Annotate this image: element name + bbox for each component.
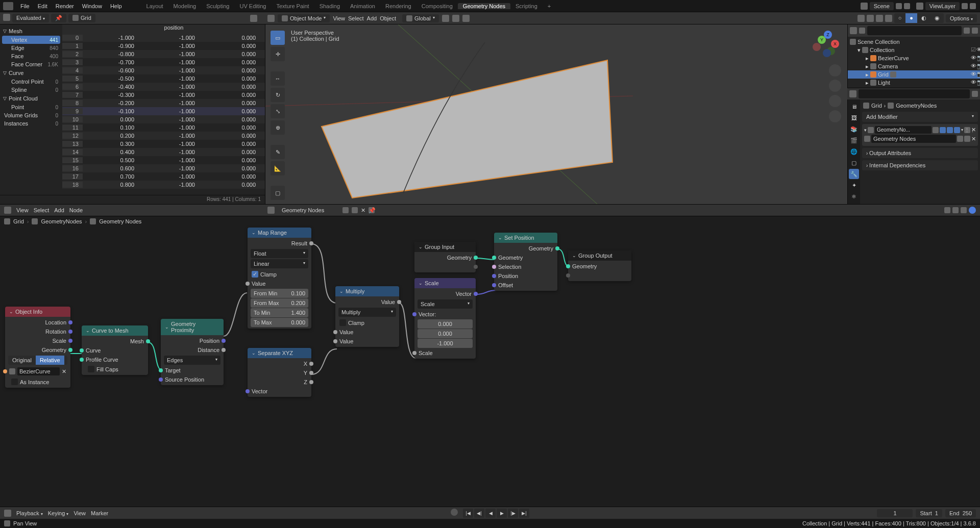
mod-pin-icon[interactable] [933, 127, 939, 133]
nodetree-field[interactable]: Geometry Nodes [871, 135, 956, 143]
tl-playback[interactable]: Playback ▾ [16, 510, 43, 516]
shading-render-icon[interactable]: ◉ [930, 13, 944, 23]
props-search[interactable] [859, 89, 970, 98]
maprange-interp[interactable]: Linear▾ [251, 259, 308, 268]
blender-logo-icon[interactable] [3, 2, 13, 10]
scene-new-icon[interactable] [896, 3, 902, 9]
node-separate-xyz[interactable]: ⌄Separate XYZ X Y Z Vector [248, 348, 311, 397]
ptab-render-icon[interactable]: 🖥 [849, 102, 859, 112]
play-rev-icon[interactable]: ◀ [485, 509, 496, 518]
tree-curve[interactable]: ▽Curve [2, 68, 60, 78]
tl-view[interactable]: View [74, 510, 86, 516]
node-group-input[interactable]: ⌄Group Input Geometry [414, 242, 476, 272]
maprange-type[interactable]: Float▾ [251, 249, 308, 258]
spreadsheet-type-icon[interactable] [3, 14, 10, 21]
pivot-icon[interactable] [442, 15, 449, 22]
tab-uv[interactable]: UV Editing [234, 3, 271, 9]
node-geometry-proximity[interactable]: ⌄Geometry Proximity Position Distance Ed… [161, 319, 224, 385]
objinfo-original[interactable]: Original [8, 356, 36, 365]
outliner-filter-icon[interactable] [964, 28, 970, 34]
maprange-frommin[interactable]: From Min0.100 [251, 289, 308, 298]
outliner-type-icon[interactable] [850, 27, 857, 34]
tool-annotate-icon[interactable]: ✎ [271, 145, 285, 159]
tree-face[interactable]: Face400 [2, 52, 60, 60]
sheet-object-field[interactable]: Grid [68, 14, 95, 22]
tree-volgrids[interactable]: Volume Grids0 [2, 111, 60, 119]
node-curve-to-mesh[interactable]: ⌄Curve to Mesh Mesh Curve Profile Curve … [82, 325, 148, 375]
mod-extra-icon[interactable]: ⋮⋮ [964, 127, 970, 133]
mod-edit-icon[interactable] [954, 127, 960, 133]
grid-row[interactable]: 4-0.600-1.0000.000 [62, 66, 265, 74]
menu-help[interactable]: Help [106, 0, 126, 12]
tree-mesh[interactable]: ▽Mesh [2, 27, 60, 36]
mod-realtime-icon[interactable] [940, 127, 946, 133]
spreadsheet-grid[interactable]: position 0-1.000-1.0000.0001-0.900-1.000… [62, 24, 265, 195]
ptab-world-icon[interactable]: 🌐 [849, 146, 859, 157]
grid-row[interactable]: 100.000-1.0000.000 [62, 115, 265, 123]
scene-field[interactable]: Scene [870, 2, 894, 10]
grid-row[interactable]: 2-0.800-1.0000.000 [62, 50, 265, 58]
add-modifier-button[interactable]: Add Modifier▾ [862, 112, 978, 122]
timeline-type-icon[interactable] [4, 510, 11, 517]
tab-add[interactable]: + [543, 3, 556, 9]
orientation-dropdown[interactable]: Global ▾ [402, 14, 439, 22]
tool-scale-icon[interactable]: ⤡ [271, 104, 285, 118]
scale-op[interactable]: Scale▾ [418, 299, 473, 309]
v3d-object[interactable]: Object [380, 15, 396, 21]
grid-row[interactable]: 120.200-1.0000.000 [62, 132, 265, 140]
tree-edge[interactable]: Edge840 [2, 44, 60, 52]
grid-row[interactable]: 8-0.200-1.0000.000 [62, 99, 265, 107]
tree-point[interactable]: Point0 [2, 103, 60, 111]
nodeeditor[interactable]: Grid › GeometryNodes › Geometry Nodes ⌄O… [0, 216, 980, 507]
modifier-name-field[interactable]: GeometryNo... [875, 126, 932, 134]
viewlayer-field[interactable]: ViewLayer [925, 2, 960, 10]
ne-overlay-icon[interactable] [969, 207, 976, 214]
props-options-icon[interactable] [972, 91, 978, 97]
maprange-tomax[interactable]: To Max0.000 [251, 318, 308, 327]
maprange-clamp[interactable]: ✓Clamp [248, 269, 311, 279]
grid-row[interactable]: 160.600-1.0000.000 [62, 164, 265, 172]
mod-render-icon[interactable] [947, 127, 953, 133]
grid-row[interactable]: 140.400-1.0000.000 [62, 148, 265, 156]
options-dropdown[interactable]: Options ▾ [946, 14, 977, 22]
tool-addcube-icon[interactable]: ▢ [271, 186, 285, 200]
nodetree-unlink-btn-icon[interactable]: ✕ [361, 207, 365, 214]
tab-layout[interactable]: Layout [141, 3, 168, 9]
ne-node[interactable]: Node [69, 207, 83, 213]
ne-opt1-icon[interactable] [944, 207, 950, 213]
jump-start-icon[interactable]: |◀ [463, 509, 473, 518]
nodetree-name-field[interactable]: Geometry Nodes [278, 206, 339, 214]
ptab-object-icon[interactable]: ▢ [849, 158, 859, 168]
tree-inst[interactable]: Instances0 [2, 119, 60, 128]
menu-window[interactable]: Window [78, 0, 106, 12]
grid-row[interactable]: 5-0.500-1.0000.000 [62, 74, 265, 83]
outl-curve[interactable]: ▸ BezierCurve👁📷 [848, 54, 980, 62]
scale-z[interactable]: -1.000 [418, 339, 473, 348]
nodetree-picker-icon[interactable] [267, 207, 275, 214]
tool-select-icon[interactable]: ▭ [271, 31, 285, 45]
shading-matprev-icon[interactable]: ◐ [917, 13, 930, 23]
grid-row[interactable]: 9-0.100-1.0000.000 [62, 107, 265, 115]
tree-ctrlpt[interactable]: Control Point0 [2, 78, 60, 86]
grid-row[interactable]: 3-0.700-1.0000.000 [62, 58, 265, 66]
nodeeditor-type-icon[interactable] [4, 207, 11, 214]
ptab-viewlayer-icon[interactable]: 📚 [849, 124, 859, 134]
zoom-icon[interactable] [829, 64, 841, 77]
outliner-mode-icon[interactable] [859, 28, 865, 34]
grid-row[interactable]: 170.700-1.0000.000 [62, 172, 265, 181]
pan-icon[interactable] [829, 80, 841, 92]
tree-ptcloud[interactable]: ▽Point Cloud [2, 94, 60, 103]
shading-solid-icon[interactable]: ● [905, 13, 917, 23]
grid-row[interactable]: 0-1.000-1.0000.000 [62, 34, 265, 42]
tab-scripting[interactable]: Scripting [510, 3, 543, 9]
node-map-range[interactable]: ⌄Map Range Result Float▾ Linear▾ ✓Clamp … [248, 228, 311, 329]
autokey-icon[interactable] [451, 509, 458, 516]
grid-row[interactable]: 7-0.300-1.0000.000 [62, 91, 265, 99]
multiply-clamp[interactable]: Clamp [335, 318, 399, 328]
clear-icon[interactable]: ✕ [62, 368, 66, 375]
tree-corner[interactable]: Face Corner1.6K [2, 60, 60, 68]
tl-marker[interactable]: Marker [91, 510, 108, 516]
menu-render[interactable]: Render [52, 0, 78, 12]
ptab-scene-icon[interactable]: 🎬 [849, 135, 859, 145]
tab-compositing[interactable]: Compositing [416, 3, 458, 9]
